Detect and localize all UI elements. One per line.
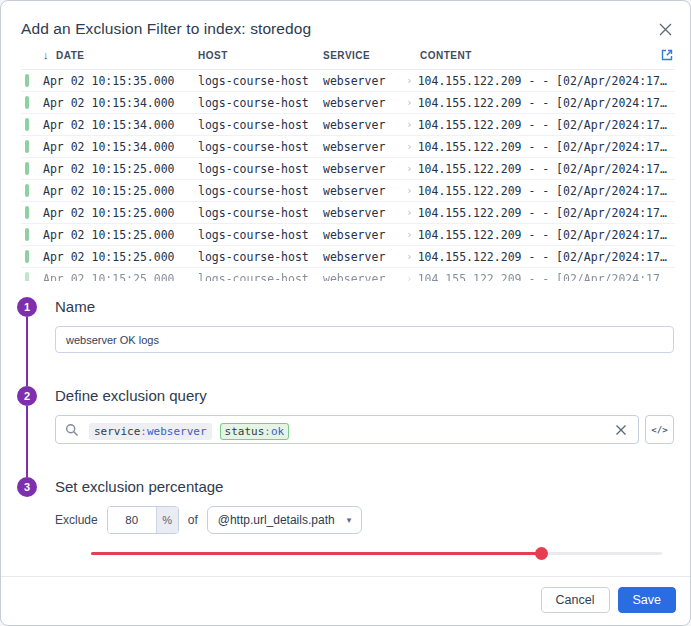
log-date: Apr 02 10:15:25.000	[43, 272, 198, 282]
query-token-service[interactable]: service:webserver	[89, 423, 212, 440]
percentage-input[interactable]	[108, 507, 156, 533]
status-ok-bar	[25, 74, 29, 87]
log-table-row[interactable]: Apr 02 10:15:35.000 logs-course-host web…	[21, 70, 675, 92]
status-ok-bar	[25, 140, 29, 153]
log-content: 104.155.122.209 - - [02/Apr/2024:17…	[418, 206, 667, 220]
expand-chevron-icon: ›	[406, 184, 413, 197]
log-content: 104.155.122.209 - - [02/Apr/2024:17…	[418, 162, 667, 176]
step-3-badge: 3	[17, 477, 37, 497]
status-ok-bar	[25, 118, 29, 131]
log-content: 104.155.122.209 - - [02/Apr/2024:17…	[418, 250, 667, 264]
status-ok-bar	[25, 228, 29, 241]
log-table-row[interactable]: Apr 02 10:15:34.000 logs-course-host web…	[21, 92, 675, 114]
cancel-button[interactable]: Cancel	[541, 587, 610, 613]
expand-chevron-icon: ›	[406, 118, 413, 131]
log-table-row[interactable]: Apr 02 10:15:34.000 logs-course-host web…	[21, 114, 675, 136]
log-date: Apr 02 10:15:25.000	[43, 250, 198, 264]
log-host: logs-course-host	[198, 162, 323, 176]
percentage-slider[interactable]	[91, 547, 662, 560]
slider-handle[interactable]	[535, 547, 548, 560]
expand-chevron-icon: ›	[406, 250, 413, 263]
log-content: 104.155.122.209 - - [02/Apr/2024:17…	[418, 96, 667, 110]
column-header-content[interactable]: CONTENT	[406, 50, 659, 61]
close-button[interactable]	[656, 20, 675, 39]
step-2-label: Define exclusion query	[55, 386, 674, 406]
log-content: 104.155.122.209 - - [02/Apr/2024:17…	[418, 272, 667, 282]
column-header-date[interactable]: ↓ DATE	[43, 49, 198, 61]
log-date: Apr 02 10:15:25.000	[43, 162, 198, 176]
log-host: logs-course-host	[198, 206, 323, 220]
log-content: 104.155.122.209 - - [02/Apr/2024:17…	[418, 118, 667, 132]
log-date: Apr 02 10:15:25.000	[43, 228, 198, 242]
log-table-row[interactable]: Apr 02 10:15:25.000 logs-course-host web…	[21, 246, 675, 268]
log-date: Apr 02 10:15:25.000	[43, 184, 198, 198]
status-ok-bar	[25, 162, 29, 175]
log-date: Apr 02 10:15:34.000	[43, 118, 198, 132]
field-selector-dropdown[interactable]: @http.url_details.path ▾	[207, 506, 362, 534]
log-service: webserver	[323, 140, 406, 154]
status-ok-bar	[25, 250, 29, 263]
exclusion-filter-dialog: Add an Exclusion Filter to index: stored…	[0, 0, 691, 626]
status-ok-bar	[25, 96, 29, 109]
log-table-row[interactable]: Apr 02 10:15:25.000 logs-course-host web…	[21, 268, 675, 281]
log-content: 104.155.122.209 - - [02/Apr/2024:17…	[418, 184, 667, 198]
expand-chevron-icon: ›	[406, 96, 413, 109]
open-in-new-icon	[661, 49, 673, 64]
log-service: webserver	[323, 250, 406, 264]
log-host: logs-course-host	[198, 140, 323, 154]
log-table-body: Apr 02 10:15:35.000 logs-course-host web…	[21, 70, 675, 281]
save-button[interactable]: Save	[618, 587, 677, 613]
step-name: 1 Name	[17, 297, 674, 353]
log-service: webserver	[323, 118, 406, 132]
steps-container: 1 Name 2 Define exclusion query	[1, 281, 690, 560]
column-header-host[interactable]: HOST	[198, 50, 323, 61]
log-date: Apr 02 10:15:35.000	[43, 74, 198, 88]
log-table-row[interactable]: Apr 02 10:15:34.000 logs-course-host web…	[21, 136, 675, 158]
log-host: logs-course-host	[198, 118, 323, 132]
log-content: 104.155.122.209 - - [02/Apr/2024:17…	[418, 140, 667, 154]
log-table-header: ↓ DATE HOST SERVICE CONTENT	[21, 49, 675, 70]
clear-icon	[615, 424, 627, 439]
slider-track[interactable]	[91, 552, 662, 555]
log-content: 104.155.122.209 - - [02/Apr/2024:17…	[418, 74, 667, 88]
log-date: Apr 02 10:15:25.000	[43, 206, 198, 220]
log-date: Apr 02 10:15:34.000	[43, 96, 198, 110]
step-1-label: Name	[55, 297, 674, 317]
log-table-row[interactable]: Apr 02 10:15:25.000 logs-course-host web…	[21, 180, 675, 202]
log-service: webserver	[323, 206, 406, 220]
step-percentage: 3 Set exclusion percentage Exclude % of …	[17, 477, 674, 560]
step-1-badge: 1	[17, 297, 37, 317]
slider-fill	[91, 552, 542, 555]
log-host: logs-course-host	[198, 228, 323, 242]
expand-chevron-icon: ›	[406, 74, 413, 87]
column-header-service[interactable]: SERVICE	[323, 50, 406, 61]
log-service: webserver	[323, 184, 406, 198]
filter-name-input[interactable]	[55, 326, 674, 353]
log-table-row[interactable]: Apr 02 10:15:25.000 logs-course-host web…	[21, 158, 675, 180]
clear-query-button[interactable]	[613, 422, 629, 438]
exclusion-query-input[interactable]: service:webserverstatus:ok	[55, 415, 639, 444]
status-ok-bar	[25, 184, 29, 197]
log-table-row[interactable]: Apr 02 10:15:25.000 logs-course-host web…	[21, 224, 675, 246]
log-table-row[interactable]: Apr 02 10:15:25.000 logs-course-host web…	[21, 202, 675, 224]
of-label: of	[188, 513, 198, 527]
status-ok-bar	[25, 272, 29, 281]
log-host: logs-course-host	[198, 250, 323, 264]
open-in-explorer-button[interactable]	[659, 49, 675, 61]
dialog-header: Add an Exclusion Filter to index: stored…	[1, 1, 690, 49]
query-token-status[interactable]: status:ok	[220, 423, 290, 440]
close-icon	[658, 25, 673, 40]
sort-descending-icon: ↓	[43, 49, 49, 61]
log-service: webserver	[323, 162, 406, 176]
dialog-footer: Cancel Save	[1, 576, 690, 625]
code-icon: </>	[651, 425, 667, 435]
code-view-toggle-button[interactable]: </>	[645, 415, 674, 444]
expand-chevron-icon: ›	[406, 162, 413, 175]
log-content: 104.155.122.209 - - [02/Apr/2024:17…	[418, 228, 667, 242]
percent-unit: %	[156, 507, 178, 533]
query-tokens: service:webserverstatus:ok	[81, 421, 289, 439]
expand-chevron-icon: ›	[406, 206, 413, 219]
field-selector-value: @http.url_details.path	[218, 513, 335, 527]
chevron-down-icon: ▾	[347, 516, 352, 525]
dialog-title: Add an Exclusion Filter to index: stored…	[21, 20, 311, 38]
